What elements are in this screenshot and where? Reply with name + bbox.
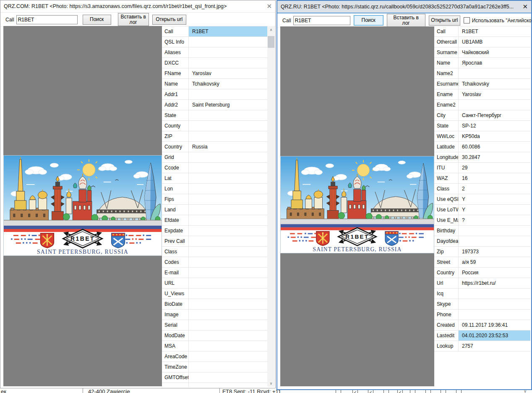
table-row[interactable]: Dayofdeath [434,236,530,247]
table-row[interactable]: Use E_Mail? [434,215,530,226]
table-row[interactable]: Addr1 [162,89,267,100]
use-english-checkbox[interactable] [464,17,470,23]
field-label: Esurname [434,79,459,89]
background-checkbox[interactable] [425,390,431,393]
table-row[interactable]: CallR1BET [434,26,530,37]
table-row[interactable]: Birthday [434,226,530,236]
table-row[interactable]: Codes [162,257,267,268]
table-row[interactable]: WWLocKP50da [434,131,530,142]
field-label: Call [434,26,459,36]
table-row[interactable]: Longitude30.2847 [434,152,530,163]
table-row[interactable]: Name2 [434,68,530,79]
table-row[interactable]: Lat [162,173,267,184]
close-icon[interactable]: ✕ [261,3,272,10]
table-row[interactable]: Ccode [162,163,267,173]
qrz-com-titlebar[interactable]: QRZ.COM: R1BET <Photo: https://s3.amazon… [0,0,275,13]
table-row[interactable]: Expdate [162,226,267,236]
table-row[interactable]: URL [162,278,267,289]
field-value [189,163,267,173]
table-row[interactable]: Grid [162,152,267,163]
background-checkbox[interactable]: ✓ [352,390,358,393]
table-row[interactable]: Lon [162,184,267,194]
table-row[interactable]: BioDate [162,299,267,310]
qrz-ru-titlebar[interactable]: QRZ.RU: R1BET <Photo: https://static.qrz… [277,1,531,13]
table-row[interactable]: Phone [434,310,530,320]
field-label: ITU [434,163,459,173]
table-row[interactable]: NameTchaikovsky [162,79,267,89]
table-row[interactable]: GMTOffset [162,372,267,383]
search-button[interactable]: Поиск [354,15,383,26]
table-row[interactable]: CountryРоссия [434,268,530,278]
table-row[interactable]: QSL Info [162,37,267,47]
table-row[interactable]: Latitude60.0086 [434,142,530,152]
table-row[interactable]: E-mail [162,268,267,278]
table-row[interactable]: ModDate [162,331,267,341]
table-row[interactable]: ZIP [162,131,267,142]
background-checkbox[interactable] [336,390,341,393]
insert-into-log-button[interactable]: Вставить в лог [118,13,149,26]
table-row[interactable]: Class [162,247,267,257]
table-row[interactable]: Use eQSLY [434,194,530,205]
open-url-button[interactable]: Открыть url [152,15,186,25]
table-row[interactable]: CallR1BET [162,26,267,37]
table-row[interactable]: WAZ16 [434,173,530,184]
table-row[interactable]: Icq [434,289,530,299]
scroll-down-icon[interactable]: ∨ [267,380,275,387]
table-row[interactable]: Class2 [434,184,530,194]
field-value [189,37,267,47]
table-row[interactable]: Serial [162,320,267,331]
table-row[interactable]: Skype [434,299,530,310]
table-row[interactable]: EsurnameTchaikovsky [434,79,530,89]
table-row[interactable]: Lastedit04.01.2020 23:52:53 [434,331,530,341]
table-row[interactable]: Created09.11.2017 19:36:41 [434,320,530,331]
table-row[interactable]: MSA [162,341,267,351]
table-row[interactable]: State [162,110,267,121]
table-row[interactable]: Addr2Saint Petersburg [162,100,267,110]
table-row[interactable]: SurnameЧайковский [434,47,530,58]
insert-into-log-button[interactable]: Вставить в лог [387,14,425,27]
cell-divider [83,388,83,393]
scroll-up-icon[interactable]: ∧ [267,26,275,33]
table-scrollbar[interactable]: ∧ ∨ [267,26,275,387]
table-row[interactable]: Efdate [162,215,267,226]
background-checkbox[interactable] [410,390,415,393]
table-row[interactable]: OthercallUB1AMB [434,37,530,47]
table-row[interactable]: Urlhttps://r1bet.ru/ [434,278,530,289]
background-checkbox[interactable] [456,390,462,393]
field-value: 60.0086 [459,142,530,152]
table-row[interactable]: Lookup2757 [434,341,530,351]
table-row[interactable]: Use LoTWY [434,205,530,215]
table-row[interactable]: EnameYaroslav [434,89,530,100]
table-row[interactable]: Aliases [162,47,267,58]
table-row[interactable]: Land [162,205,267,215]
table-row[interactable]: Ename2 [434,100,530,110]
table-row[interactable]: AreaCode [162,351,267,362]
table-row[interactable]: Prev Call [162,236,267,247]
table-row[interactable]: Streetа/я 59 [434,257,530,268]
background-checkbox[interactable]: ✓ [368,390,373,393]
scrollbar-thumb[interactable] [268,36,274,48]
table-row[interactable]: DXCC [162,58,267,68]
background-checkbox[interactable] [383,390,389,393]
table-row[interactable]: Image [162,310,267,320]
background-checkbox[interactable]: ✓ [397,390,403,393]
table-row[interactable]: NameЯрослав [434,58,530,68]
close-icon[interactable]: ✕ [517,3,528,10]
call-input[interactable] [293,16,350,25]
table-row[interactable]: U_Views [162,289,267,299]
table-row[interactable]: ITU29 [434,163,530,173]
call-input[interactable] [16,15,78,24]
table-row[interactable]: CountryRussia [162,142,267,152]
table-row[interactable]: Fips [162,194,267,205]
table-row[interactable]: Zip197373 [434,247,530,257]
qrz-ru-window: QRZ.RU: R1BET <Photo: https://static.qrz… [276,0,532,390]
background-checkbox[interactable] [441,390,446,393]
open-url-button[interactable]: Открыть url [429,16,460,26]
table-row[interactable]: CityСанкт-Петербург [434,110,530,121]
field-value [189,89,267,99]
search-button[interactable]: Поиск [83,15,111,25]
table-row[interactable]: FNameYaroslav [162,68,267,79]
table-row[interactable]: StateSP-12 [434,121,530,131]
table-row[interactable]: County [162,121,267,131]
table-row[interactable]: TimeZone [162,362,267,372]
